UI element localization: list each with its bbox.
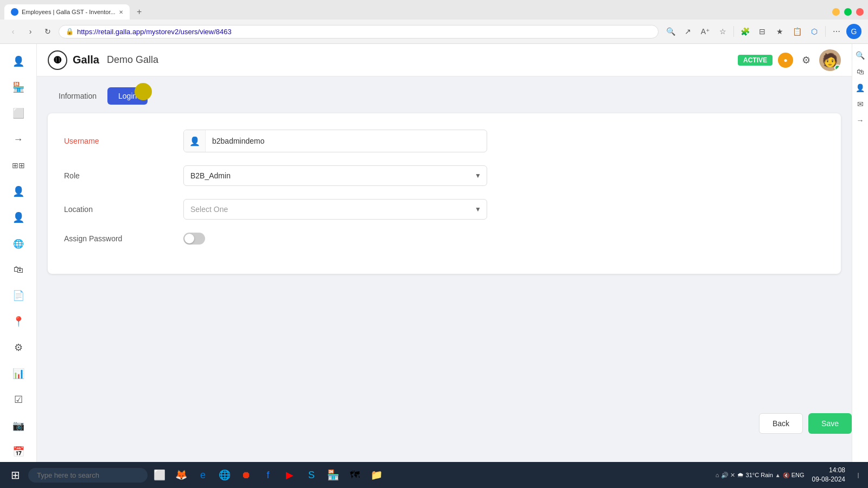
sidebar-item-camera[interactable]: 📷 xyxy=(7,414,30,438)
search-toolbar-icon[interactable]: 🔍 xyxy=(663,24,678,39)
browser-tab[interactable]: Employees | Galla GST - Inventor... ✕ xyxy=(4,4,130,20)
read-aloud-icon[interactable]: A⁺ xyxy=(698,24,713,39)
right-bag-icon[interactable]: 🛍 xyxy=(854,66,866,78)
show-desktop-button[interactable]: | xyxy=(853,465,864,485)
sidebar-item-globe[interactable]: 🌐 xyxy=(7,232,30,255)
location-select[interactable]: Select One ▼ xyxy=(183,199,487,220)
assign-password-row: Assign Password xyxy=(64,233,825,245)
star-icon[interactable]: ☆ xyxy=(715,24,730,39)
url-bar[interactable]: 🔒 https://retail.galla.app/mystorev2/use… xyxy=(59,25,659,38)
right-search-icon[interactable]: 🔍 xyxy=(854,49,866,61)
task-view-icon[interactable]: ⬜ xyxy=(150,465,169,485)
role-select[interactable]: B2B_Admin ▼ xyxy=(183,165,487,186)
location-select-wrap: Select One ▼ xyxy=(183,199,487,220)
username-row: Username 👤 xyxy=(64,130,825,152)
store-icon[interactable]: 🏪 xyxy=(323,465,343,485)
assign-password-label: Assign Password xyxy=(64,234,173,243)
sidebar-item-bag[interactable]: 🛍 xyxy=(7,258,30,281)
toolbar-divider xyxy=(733,26,734,37)
tab-title: Employees | Galla GST - Inventor... xyxy=(22,9,116,15)
favorites-icon[interactable]: ★ xyxy=(772,24,787,39)
taskbar-app1[interactable]: ⏺ xyxy=(237,465,256,485)
chevron-up-icon[interactable]: ▲ xyxy=(775,472,781,478)
taskbar-clock[interactable]: 14:08 09-08-2024 xyxy=(808,466,850,484)
bottom-actions: Back Save xyxy=(759,413,852,434)
sidebar-item-report[interactable]: 📊 xyxy=(7,362,30,386)
close-button[interactable] xyxy=(856,8,864,16)
language-label: ENG xyxy=(792,472,805,478)
sidebar: 👤 🏪 ⬜ → ⊞⊞ 👤 👤 🌐 🛍 📄 📍 ⚙ 📊 ☑ 📷 📅 xyxy=(0,44,37,488)
tab-login-wrap: Login xyxy=(107,87,148,105)
tab-favicon xyxy=(11,8,18,16)
page-area: Information Login Username 👤 xyxy=(37,76,852,488)
skype-icon[interactable]: S xyxy=(302,465,321,485)
back-nav-button[interactable]: ‹ xyxy=(7,25,20,38)
back-button[interactable]: Back xyxy=(759,413,803,434)
gear-icon[interactable]: ⚙ xyxy=(799,53,814,68)
role-dropdown-arrow: ▼ xyxy=(475,172,481,179)
forward-nav-button[interactable]: › xyxy=(24,25,37,38)
youtube-icon[interactable]: ▶ xyxy=(280,465,299,485)
facebook-icon[interactable]: f xyxy=(258,465,278,485)
share-icon[interactable]: ↗ xyxy=(680,24,695,39)
tab-close-icon[interactable]: ✕ xyxy=(119,9,123,15)
more-options-icon[interactable]: ⋯ xyxy=(829,24,844,39)
minimize-button[interactable] xyxy=(832,8,840,16)
sidebar-item-calendar[interactable]: 📅 xyxy=(7,440,30,464)
right-arrow-icon[interactable]: → xyxy=(854,114,866,126)
sidebar-item-user2[interactable]: 👤 xyxy=(7,206,30,229)
lock-icon: 🔒 xyxy=(66,28,74,35)
location-placeholder: Select One xyxy=(184,200,487,219)
user-input-icon: 👤 xyxy=(184,130,206,152)
copilot-icon[interactable]: ⬡ xyxy=(807,24,822,39)
collections-icon[interactable]: 📋 xyxy=(789,24,805,39)
sidebar-item-arrow[interactable]: → xyxy=(7,127,30,151)
username-input-wrap: 👤 xyxy=(183,130,487,152)
maps-icon[interactable]: 🗺 xyxy=(345,465,365,485)
chrome-icon[interactable]: 🌐 xyxy=(215,465,234,485)
system-tray-icons: ⌂ 🔊 ✕ xyxy=(716,472,735,479)
start-button[interactable]: ⊞ xyxy=(4,464,26,486)
save-button[interactable]: Save xyxy=(808,413,852,434)
extensions-icon[interactable]: 🧩 xyxy=(737,24,752,39)
sidebar-item-profile[interactable]: 👤 xyxy=(7,49,30,73)
sidebar-item-grid[interactable]: ⊞⊞ xyxy=(7,153,30,177)
logo-text: ⓫ xyxy=(54,56,61,65)
mute-icon[interactable]: 🔇 xyxy=(783,472,789,478)
online-indicator xyxy=(834,65,841,71)
taskbar-search[interactable] xyxy=(28,468,148,483)
toolbar-divider2 xyxy=(825,26,826,37)
weather-icon: 🌧 xyxy=(737,471,744,479)
profile-icon[interactable]: G xyxy=(846,24,861,39)
clock-time: 14:08 xyxy=(812,466,845,475)
location-row: Location Select One ▼ xyxy=(64,199,825,220)
clock-date: 09-08-2024 xyxy=(812,475,845,484)
username-input[interactable] xyxy=(206,132,487,150)
sidebar-item-doc[interactable]: 📄 xyxy=(7,284,30,307)
toggle-thumb xyxy=(184,234,194,243)
demo-label: Demo Galla xyxy=(107,54,158,66)
sidebar-toggle-icon[interactable]: ⊟ xyxy=(755,24,770,39)
sidebar-item-settings[interactable]: ⚙ xyxy=(7,336,30,359)
assign-password-toggle[interactable] xyxy=(183,233,205,245)
system-tray: ⌂ 🔊 ✕ 🌧 31°C Rain ▲ 🔇 ENG xyxy=(716,471,805,479)
edge-icon[interactable]: e xyxy=(193,465,213,485)
sidebar-item-user[interactable]: 👤 xyxy=(7,179,30,203)
address-bar: ‹ › ↻ 🔒 https://retail.galla.app/mystore… xyxy=(0,20,868,43)
notification-dot[interactable]: ● xyxy=(778,53,793,68)
files-icon[interactable]: 📁 xyxy=(367,465,386,485)
sidebar-item-browser[interactable]: ⬜ xyxy=(7,101,30,125)
right-mail-icon[interactable]: ✉ xyxy=(854,98,866,110)
firefox-icon[interactable]: 🦊 xyxy=(171,465,191,485)
avatar[interactable]: 🧑 xyxy=(819,49,841,71)
maximize-button[interactable] xyxy=(844,8,852,16)
new-tab-button[interactable]: + xyxy=(132,4,147,20)
tab-information[interactable]: Information xyxy=(48,87,107,105)
form-card: Username 👤 Role B2B_Admin ▼ xyxy=(48,113,841,274)
reload-button[interactable]: ↻ xyxy=(41,25,54,38)
sidebar-item-checklist[interactable]: ☑ xyxy=(7,388,30,412)
sidebar-item-location[interactable]: 📍 xyxy=(7,310,30,333)
right-user-icon[interactable]: 👤 xyxy=(854,82,866,94)
sidebar-item-store[interactable]: 🏪 xyxy=(7,75,30,99)
role-row: Role B2B_Admin ▼ xyxy=(64,165,825,186)
